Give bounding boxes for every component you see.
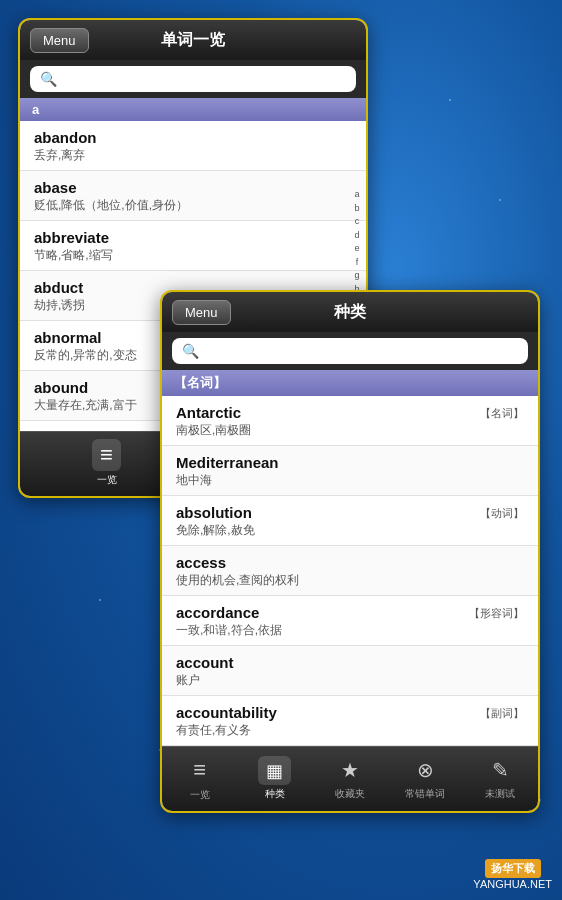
panel2-category: Menu 种类 🔍 【名词】 Antarctic 【名词】 南极区,南极圈 Me… xyxy=(160,290,540,813)
panel2-search-input[interactable] xyxy=(205,343,518,359)
table-row[interactable]: abase 贬低,降低（地位,价值,身份） xyxy=(20,171,366,221)
panel1-titlebar: Menu 单词一览 xyxy=(20,20,366,60)
panel1-search-bar: 🔍 xyxy=(20,60,366,98)
watermark-url: YANGHUA.NET xyxy=(473,878,552,890)
word-en: abase xyxy=(34,179,352,196)
tab-fav-label: 收藏夹 xyxy=(335,787,365,801)
list-icon xyxy=(100,444,113,466)
tab-cat-p2-icon-wrap xyxy=(258,756,291,785)
alpha-f[interactable]: f xyxy=(351,256,363,270)
panel2-titlebar: Menu 种类 xyxy=(162,292,538,332)
panel1-section-a: a xyxy=(20,98,366,121)
alpha-d[interactable]: d xyxy=(351,229,363,243)
panel2-tab-bar: 一览 种类 收藏夹 常错单词 未测试 xyxy=(162,746,538,811)
edit-icon xyxy=(492,759,509,781)
panel2-word-list-items: Antarctic 【名词】 南极区,南极圈 Mediterranean 地中海… xyxy=(162,396,538,746)
word-en: Mediterranean xyxy=(176,454,279,471)
word-cn: 节略,省略,缩写 xyxy=(34,247,314,264)
table-row[interactable]: accountability 【副词】 有责任,有义务 xyxy=(162,696,538,746)
tab-favorites[interactable]: 收藏夹 xyxy=(312,752,387,804)
word-cn: 免除,解除,赦免 xyxy=(176,522,486,539)
alpha-a[interactable]: a xyxy=(351,188,363,202)
star-icon xyxy=(341,759,359,781)
word-cn: 一致,和谐,符合,依据 xyxy=(176,622,486,639)
word-en: abbreviate xyxy=(34,229,352,246)
tab-untested-label: 未测试 xyxy=(485,787,515,801)
word-tag: 【动词】 xyxy=(480,506,524,521)
word-en: abandon xyxy=(34,129,352,146)
table-row[interactable]: abandon 丢弃,离弃 xyxy=(20,121,366,171)
panel1-search-icon: 🔍 xyxy=(40,71,57,87)
tab-untested[interactable]: 未测试 xyxy=(463,752,538,804)
panel2-title: 种类 xyxy=(334,302,366,323)
list-icon xyxy=(193,759,206,781)
table-row[interactable]: account 账户 xyxy=(162,646,538,696)
word-tag: 【形容词】 xyxy=(469,606,524,621)
panel2-search-icon: 🔍 xyxy=(182,343,199,359)
tab-list-label: 一览 xyxy=(97,473,117,487)
word-cn: 有责任,有义务 xyxy=(176,722,486,739)
tab-list-p2-icon-wrap xyxy=(185,754,214,786)
tab-fav-icon-wrap xyxy=(333,755,367,785)
table-row[interactable]: Antarctic 【名词】 南极区,南极圈 xyxy=(162,396,538,446)
tab-wrong-label: 常错单词 xyxy=(405,787,445,801)
tab-cat-p2-label: 种类 xyxy=(265,787,285,801)
panel1-search-input[interactable] xyxy=(63,71,346,87)
category-icon xyxy=(266,759,283,781)
panel2-section-noun: 【名词】 xyxy=(162,370,538,396)
word-cn: 贬低,降低（地位,价值,身份） xyxy=(34,197,314,214)
watermark: 扬华下载 YANGHUA.NET xyxy=(473,859,552,890)
word-en: accountability xyxy=(176,704,277,721)
alpha-c[interactable]: c xyxy=(351,215,363,229)
tab-wrong-words[interactable]: 常错单词 xyxy=(388,752,463,804)
word-en: accordance xyxy=(176,604,259,621)
tab-wrong-icon-wrap xyxy=(409,755,442,785)
word-en: absolution xyxy=(176,504,252,521)
word-cn: 丢弃,离弃 xyxy=(34,147,314,164)
panel2-search-bar: 🔍 xyxy=(162,332,538,370)
tab-list-icon-wrap xyxy=(92,439,121,471)
tab-list-p2-label: 一览 xyxy=(190,788,210,802)
word-en: account xyxy=(176,654,234,671)
panel2-menu-button[interactable]: Menu xyxy=(172,300,231,325)
table-row[interactable]: Mediterranean 地中海 xyxy=(162,446,538,496)
tab-category-p2[interactable]: 种类 xyxy=(237,753,312,804)
table-row[interactable]: abbreviate 节略,省略,缩写 xyxy=(20,221,366,271)
word-en: Antarctic xyxy=(176,404,241,421)
word-cn: 使用的机会,查阅的权利 xyxy=(176,572,486,589)
alpha-g[interactable]: g xyxy=(351,269,363,283)
word-tag: 【名词】 xyxy=(480,406,524,421)
word-cn: 地中海 xyxy=(176,472,486,489)
panel1-title: 单词一览 xyxy=(161,30,225,51)
tab-untested-icon-wrap xyxy=(484,755,517,785)
table-row[interactable]: accordance 【形容词】 一致,和谐,符合,依据 xyxy=(162,596,538,646)
word-cn: 南极区,南极圈 xyxy=(176,422,486,439)
word-en: access xyxy=(176,554,226,571)
alpha-e[interactable]: e xyxy=(351,242,363,256)
table-row[interactable]: access 使用的机会,查阅的权利 xyxy=(162,546,538,596)
table-row[interactable]: absolution 【动词】 免除,解除,赦免 xyxy=(162,496,538,546)
alpha-b[interactable]: b xyxy=(351,202,363,216)
word-cn: 账户 xyxy=(176,672,486,689)
x-icon xyxy=(417,759,434,781)
panel1-search-wrap: 🔍 xyxy=(30,66,356,92)
watermark-box: 扬华下载 xyxy=(485,859,541,878)
word-tag: 【副词】 xyxy=(480,706,524,721)
panel1-menu-button[interactable]: Menu xyxy=(30,28,89,53)
tab-list-p2[interactable]: 一览 xyxy=(162,751,237,805)
panel2-search-wrap: 🔍 xyxy=(172,338,528,364)
